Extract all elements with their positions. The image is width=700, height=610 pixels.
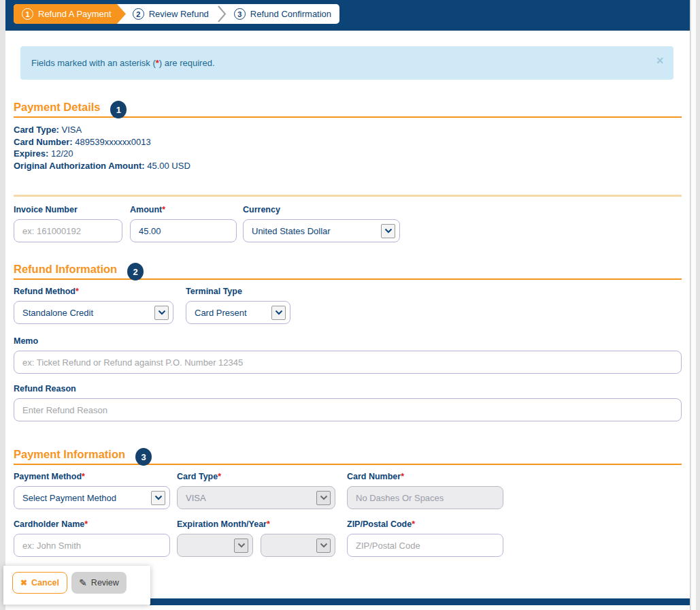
card-type-select: VISA — [177, 486, 335, 509]
refund-reason-field-group: Refund Reason — [14, 384, 682, 421]
step-review-refund: 2 Review Refund — [126, 4, 217, 24]
chevron-down-icon — [151, 491, 165, 505]
required-fields-banner: Fields marked with an asterisk (*) are r… — [20, 46, 673, 80]
amount-field-group: Amount* — [130, 205, 237, 242]
card-type-field-group: Card Type* VISA — [177, 472, 335, 509]
section-2-badge: 2 — [127, 263, 144, 280]
refund-method-row: Refund Method* Standalone Credit Termina… — [14, 287, 682, 324]
section-divider — [14, 195, 682, 197]
refund-method-field-group: Refund Method* Standalone Credit — [14, 287, 173, 324]
card-number-row: Card Number: 489539xxxxxx0013 — [14, 136, 682, 148]
currency-select[interactable]: United States Dollar — [243, 219, 400, 242]
step-3-number: 3 — [234, 8, 246, 20]
terminal-type-select[interactable]: Card Present — [186, 301, 290, 324]
zip-label: ZIP/Postal Code* — [347, 519, 503, 530]
step-refund-a-payment[interactable]: 1 Refund A Payment — [14, 4, 117, 24]
step-1-label: Refund A Payment — [38, 9, 112, 19]
expiration-label: Expiration Month/Year* — [177, 519, 335, 530]
review-button[interactable]: ✎ Review — [71, 572, 127, 594]
memo-field-group: Memo — [14, 336, 682, 374]
refund-method-label: Refund Method* — [14, 287, 173, 297]
payment-information-header: Payment Information 3 — [14, 443, 682, 465]
refund-information-title: Refund Information — [14, 262, 117, 276]
banner-text: Fields marked with an asterisk (*) are r… — [31, 58, 215, 68]
step-chevron-icon — [217, 4, 227, 24]
zip-input[interactable] — [347, 534, 503, 557]
refund-reason-label: Refund Reason — [14, 384, 682, 394]
chevron-down-icon — [316, 539, 331, 553]
card-type-row: Card Type: VISA — [14, 124, 682, 136]
card-number-input — [347, 486, 503, 509]
invoice-number-field-group: Invoice Number — [14, 205, 122, 242]
card-type-label: Card Type* — [177, 472, 335, 482]
refund-reason-input[interactable] — [14, 398, 682, 421]
payment-information-title: Payment Information — [14, 447, 125, 461]
pencil-icon: ✎ — [79, 578, 87, 588]
section-3-badge: 3 — [135, 448, 152, 466]
payment-details-title: Payment Details — [14, 100, 100, 114]
payment-method-label: Payment Method* — [14, 472, 170, 482]
invoice-amount-currency-row: Invoice Number Amount* Currency United S… — [14, 205, 682, 242]
expiration-year-select — [261, 534, 335, 557]
card-number-label: Card Number* — [347, 472, 503, 482]
step-2-label: Review Refund — [149, 9, 209, 19]
wizard-steps: 1 Refund A Payment 2 Review Refund 3 Ref… — [14, 4, 339, 24]
terminal-type-label: Terminal Type — [186, 287, 290, 297]
payment-method-field-group: Payment Method* Select Payment Method — [14, 472, 170, 509]
cardholder-name-label: Cardholder Name* — [14, 519, 170, 530]
chevron-down-icon — [154, 306, 169, 320]
currency-field-group: Currency United States Dollar — [243, 205, 400, 242]
bottom-navy-bar — [150, 598, 690, 605]
expires-row: Expires: 12/20 — [14, 148, 682, 160]
chevron-down-icon — [271, 306, 286, 320]
memo-input[interactable] — [14, 351, 682, 374]
step-3-label: Refund Confirmation — [250, 9, 331, 19]
payment-method-row: Payment Method* Select Payment Method Ca… — [14, 472, 682, 509]
chevron-down-icon — [316, 491, 331, 505]
amount-label: Amount* — [130, 205, 237, 215]
step-refund-confirmation: 3 Refund Confirmation — [227, 4, 339, 24]
cancel-x-icon: ✖ — [20, 579, 27, 587]
cardholder-row: Cardholder Name* Expiration Month/Year* — [14, 519, 682, 557]
step-2-number: 2 — [133, 8, 144, 20]
card-summary: Card Type: VISA Card Number: 489539xxxxx… — [14, 124, 682, 172]
chevron-down-icon — [234, 539, 248, 553]
memo-label: Memo — [14, 336, 682, 347]
payment-method-select[interactable]: Select Payment Method — [14, 486, 170, 509]
refund-method-select[interactable]: Standalone Credit — [14, 301, 173, 324]
cardholder-name-input[interactable] — [14, 534, 170, 557]
terminal-type-field-group: Terminal Type Card Present — [186, 287, 290, 324]
currency-label: Currency — [243, 205, 400, 215]
wizard-bar: 1 Refund A Payment 2 Review Refund 3 Ref… — [5, 0, 690, 31]
payment-details-header: Payment Details 1 — [14, 96, 682, 118]
expiration-month-select — [177, 534, 253, 557]
section-1-badge: 1 — [110, 101, 127, 118]
action-footer: ✖ Cancel ✎ Review — [3, 566, 150, 605]
step-arrow-icon — [117, 4, 126, 24]
refund-information-header: Refund Information 2 — [14, 258, 682, 280]
card-number-field-group: Card Number* — [347, 472, 503, 509]
original-auth-amount-row: Original Authorization Amount: 45.00 USD — [14, 160, 682, 172]
step-1-number: 1 — [22, 8, 33, 20]
page-right-gutter — [691, 0, 696, 610]
invoice-number-label: Invoice Number — [14, 205, 122, 215]
zip-field-group: ZIP/Postal Code* — [347, 519, 503, 557]
cancel-button[interactable]: ✖ Cancel — [12, 572, 67, 594]
chevron-down-icon — [381, 224, 395, 238]
invoice-number-input[interactable] — [14, 219, 122, 242]
amount-input[interactable] — [130, 219, 237, 242]
expiration-field-group: Expiration Month/Year* — [177, 519, 335, 557]
refund-page: 1 Refund A Payment 2 Review Refund 3 Ref… — [5, 0, 690, 610]
close-icon[interactable]: ✕ — [656, 56, 664, 65]
cardholder-name-field-group: Cardholder Name* — [14, 519, 170, 557]
